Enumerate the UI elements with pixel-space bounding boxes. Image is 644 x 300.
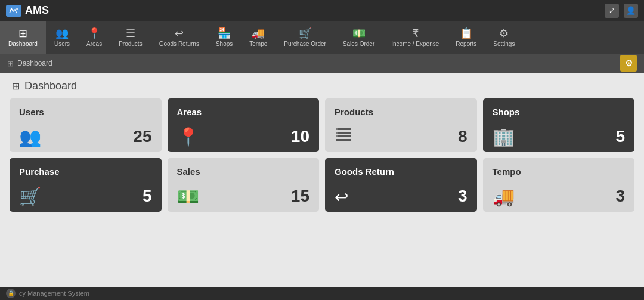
goods-return-card-count: 3 — [458, 187, 467, 206]
svg-rect-7 — [336, 132, 338, 134]
purchase-card-icon: 🛒 — [19, 188, 41, 206]
logo-icon — [6, 5, 21, 17]
svg-point-1 — [16, 8, 18, 10]
tempo-card-count: 3 — [615, 187, 625, 206]
nav-item-settings[interactable]: ⚙ Settings — [485, 21, 523, 54]
breadcrumb-bar: ⊞ Dashboard ⚙ — [0, 54, 644, 73]
areas-card-title: Areas — [177, 107, 310, 117]
nav-item-users[interactable]: 👥 Users — [46, 21, 78, 54]
goods-return-card[interactable]: Goods Return ↩ 3 — [325, 158, 477, 212]
reports-nav-icon: 📋 — [460, 28, 473, 39]
products-card-bottom: 8 — [335, 126, 467, 146]
goods-return-card-bottom: ↩ 3 — [335, 187, 467, 206]
tempo-card-bottom: 🚚 3 — [493, 187, 626, 206]
nav-label-purchase-order: Purchase Order — [284, 41, 326, 47]
products-card-icon — [335, 126, 352, 146]
page-heading-icon: ⊞ — [12, 81, 20, 92]
tempo-card-title: Tempo — [493, 166, 626, 177]
areas-card-count: 10 — [291, 127, 309, 146]
top-bar-right: ⤢ 👤 — [605, 4, 638, 18]
logo: AMS — [6, 4, 49, 17]
nav-item-income-expense[interactable]: ₹ Income / Expense — [383, 21, 447, 54]
shops-nav-icon: 🏪 — [218, 28, 231, 39]
shops-card[interactable]: Shops 🏢 5 — [483, 98, 635, 152]
dashboard-icon: ⊞ — [18, 28, 27, 39]
footer-icon: 🔒 — [6, 289, 16, 298]
svg-rect-8 — [336, 135, 338, 137]
nav-label-areas: Areas — [86, 41, 102, 47]
nav-label-dashboard: Dashboard — [8, 41, 38, 47]
nav-label-products: Products — [119, 41, 142, 47]
app-name: AMS — [25, 4, 49, 17]
nav-item-dashboard[interactable]: ⊞ Dashboard — [0, 21, 46, 54]
footer-label: cy Management System — [19, 290, 89, 297]
tempo-card-icon: 🚚 — [493, 188, 515, 206]
settings-gear-button[interactable]: ⚙ — [620, 55, 637, 72]
nav-bar: ⊞ Dashboard 👥 Users 📍 Areas ☰ Products ↩… — [0, 21, 644, 54]
nav-item-tempo[interactable]: 🚚 Tempo — [241, 21, 275, 54]
users-card-bottom: 👥 25 — [19, 127, 152, 146]
income-expense-nav-icon: ₹ — [412, 28, 419, 39]
user-button[interactable]: 👤 — [624, 4, 638, 18]
expand-button[interactable]: ⤢ — [605, 4, 619, 18]
nav-label-goods-returns: Goods Returns — [159, 41, 199, 47]
page-title: Dashboard — [24, 80, 77, 92]
nav-label-shops: Shops — [216, 41, 233, 47]
nav-item-reports[interactable]: 📋 Reports — [447, 21, 485, 54]
purchase-card-count: 5 — [143, 187, 152, 206]
nav-label-income-expense: Income / Expense — [391, 41, 439, 47]
nav-label-reports: Reports — [456, 41, 476, 47]
sales-card[interactable]: Sales 💵 15 — [168, 158, 320, 212]
top-bar: AMS ⤢ 👤 — [0, 0, 644, 21]
shops-card-icon: 🏢 — [493, 128, 515, 146]
purchase-order-nav-icon: 🛒 — [299, 28, 312, 39]
goods-returns-nav-icon: ↩ — [175, 28, 184, 39]
goods-return-card-title: Goods Return — [335, 166, 467, 177]
nav-item-purchase-order[interactable]: 🛒 Purchase Order — [275, 21, 335, 54]
shops-card-title: Shops — [493, 107, 626, 117]
products-card[interactable]: Products 8 — [325, 98, 477, 152]
nav-label-tempo: Tempo — [249, 41, 267, 47]
areas-nav-icon: 📍 — [88, 28, 101, 39]
sales-card-icon: 💵 — [177, 188, 199, 206]
shops-card-bottom: 🏢 5 — [493, 127, 626, 146]
sales-card-count: 15 — [291, 187, 309, 206]
nav-item-goods-returns[interactable]: ↩ Goods Returns — [151, 21, 208, 54]
sales-card-title: Sales — [177, 166, 310, 177]
users-card[interactable]: Users 👥 25 — [10, 98, 162, 152]
purchase-card[interactable]: Purchase 🛒 5 — [10, 158, 162, 212]
breadcrumb: ⊞ Dashboard — [7, 59, 52, 68]
users-nav-icon: 👥 — [55, 28, 69, 39]
nav-item-products[interactable]: ☰ Products — [110, 21, 150, 54]
tempo-nav-icon: 🚚 — [252, 28, 265, 39]
home-icon: ⊞ — [7, 59, 14, 68]
areas-card-bottom: 📍 10 — [177, 127, 310, 146]
nav-item-sales-order[interactable]: 💵 Sales Order — [335, 21, 383, 54]
products-card-count: 8 — [458, 127, 467, 146]
areas-card-icon: 📍 — [177, 128, 199, 146]
footer: 🔒 cy Management System — [0, 287, 644, 300]
breadcrumb-label: Dashboard — [17, 59, 52, 67]
purchase-card-title: Purchase — [19, 166, 152, 177]
users-card-title: Users — [19, 107, 152, 117]
products-card-title: Products — [335, 107, 467, 117]
page-heading: ⊞ Dashboard — [0, 73, 644, 98]
users-card-icon: 👥 — [19, 128, 41, 146]
sales-order-nav-icon: 💵 — [352, 28, 366, 39]
products-nav-icon: ☰ — [126, 28, 135, 39]
sales-card-bottom: 💵 15 — [177, 187, 310, 206]
areas-card[interactable]: Areas 📍 10 — [168, 98, 320, 152]
nav-label-sales-order: Sales Order — [343, 41, 374, 47]
nav-label-users: Users — [54, 41, 70, 47]
tempo-card[interactable]: Tempo 🚚 3 — [483, 158, 635, 212]
purchase-card-bottom: 🛒 5 — [19, 187, 152, 206]
goods-return-card-icon: ↩ — [335, 189, 348, 206]
svg-rect-6 — [336, 128, 338, 130]
svg-rect-5 — [336, 139, 351, 141]
dashboard-grid: Users 👥 25 Areas 📍 10 Products — [0, 98, 644, 218]
nav-item-shops[interactable]: 🏪 Shops — [208, 21, 241, 54]
settings-nav-icon: ⚙ — [499, 28, 509, 39]
nav-label-settings: Settings — [493, 41, 515, 47]
nav-item-areas[interactable]: 📍 Areas — [78, 21, 110, 54]
users-card-count: 25 — [133, 127, 151, 146]
